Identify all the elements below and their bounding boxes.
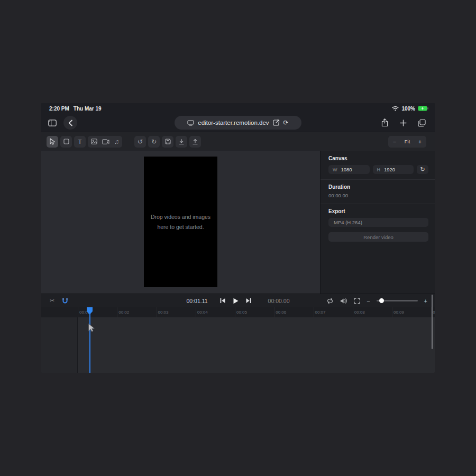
save-icon[interactable] [162,136,173,148]
composition-canvas[interactable]: Drop videos and images here to get start… [144,157,217,287]
duration-section-label: Duration [328,184,428,190]
browser-navbar: editor-starter.remotion.dev ⟳ [41,114,435,132]
url-text: editor-starter.remotion.dev [198,120,269,126]
new-tab-icon[interactable] [396,116,410,130]
mouse-cursor-icon [88,323,95,333]
status-time: 2:20 PM [49,106,69,112]
canvas-width-field[interactable]: W 1080 [328,165,370,174]
ruler-tick [196,307,196,317]
tabs-overview-icon[interactable] [415,116,428,130]
ruler-label: 00:08 [354,310,365,315]
music-icon[interactable]: ♫ [114,139,119,145]
select-tool-button[interactable] [47,136,58,148]
status-bar: 2:20 PM Thu Mar 19 100% [41,103,435,114]
ruler-label: 00:05 [236,310,247,315]
render-video-button[interactable]: Render video [328,232,428,242]
ruler-label: 00:04 [197,310,208,315]
sidebar-toggle-icon[interactable] [45,116,59,130]
undo-icon[interactable]: ↺ [134,136,146,148]
swap-dimensions-icon[interactable]: ↻ [417,165,428,174]
timeline-ruler[interactable]: 00:0100:0200:0300:0400:0500:0600:0700:08… [41,307,435,317]
display-icon [187,120,194,126]
ipad-safari-window: 2:20 PM Thu Mar 19 100% [41,103,435,373]
ruler-label: 00:09 [393,310,404,315]
video-icon[interactable] [102,139,109,144]
split-tool-icon[interactable]: ✂ [50,297,54,304]
duration-value: 00:00.00 [328,193,428,198]
loop-icon[interactable] [326,298,334,304]
fit-button[interactable]: Fit [401,139,414,144]
ruler-label: 00:07 [315,310,326,315]
skip-back-icon[interactable] [220,298,226,304]
status-date: Thu Mar 19 [74,106,102,112]
timeline-area: 00:0100:0200:0300:0400:0500:0600:0700:08… [41,307,435,373]
main-content: Drop videos and images here to get start… [41,151,435,294]
play-icon[interactable] [233,298,239,304]
reload-icon[interactable]: ⟳ [283,120,289,126]
extensions-icon[interactable] [273,120,280,126]
timeline-toolbar: ✂ 00:01.11 [41,294,435,307]
editor-toolbar: T [41,132,435,151]
timeline-zoom-out-button[interactable]: − [367,298,370,304]
total-time: 00:00.00 [268,298,290,304]
url-bar[interactable]: editor-starter.remotion.dev ⟳ [175,116,301,130]
wifi-icon [392,106,399,111]
back-icon[interactable] [63,116,77,130]
ruler-tick [78,307,78,317]
editor-area: Drop videos and images here to get start… [41,151,320,294]
redo-icon[interactable]: ↻ [148,136,160,148]
ruler-label: 00:03 [158,310,169,315]
skip-forward-icon[interactable] [246,298,252,304]
battery-charging-icon [418,106,428,111]
drop-hint-line1: Drop videos and images [151,214,210,220]
canvas-height-field[interactable]: H 1920 [373,165,414,174]
download-icon[interactable] [176,136,187,148]
image-icon[interactable] [91,139,97,144]
export-section-label: Export [328,208,428,214]
canvas-zoom-out-button[interactable]: − [388,136,401,148]
backdrop: 2:20 PM Thu Mar 19 100% [0,0,476,476]
media-tool-group: ♫ [88,136,122,148]
timeline-zoom-in-button[interactable]: + [424,298,427,304]
playhead-line [89,307,90,373]
upload-icon[interactable] [189,136,201,148]
undo-glyph: ↺ [138,139,143,145]
volume-icon[interactable] [340,298,347,304]
ruler-label: 00:10 [433,310,435,315]
share-icon[interactable] [378,116,391,130]
canvas-zoom-group: − Fit + [388,136,426,148]
track-header-gutter [41,317,78,373]
height-value: 1920 [384,167,395,172]
ruler-tick [353,307,353,317]
width-value: 1080 [341,167,352,172]
text-tool-label: T [78,139,82,145]
text-tool-button[interactable]: T [74,136,86,148]
ruler-label: 00:02 [118,310,129,315]
fullscreen-icon[interactable] [354,298,360,304]
slider-thumb[interactable] [379,298,384,303]
drop-hint-text: Drop videos and images here to get start… [151,212,210,232]
width-prefix: W [333,167,337,172]
ruler-tick [314,307,314,317]
canvas-zoom-in-button[interactable]: + [414,136,426,148]
properties-panel: Canvas W 1080 H 1920 ↻ Duration 00:00.00 [320,151,435,294]
ruler-tick [235,307,235,317]
ruler-label: 00:06 [276,310,286,315]
height-prefix: H [377,167,381,172]
snap-magnet-icon[interactable] [62,298,68,304]
ruler-tick [157,307,157,317]
timeline-tracks[interactable] [41,317,435,373]
timeline-zoom-slider[interactable] [377,298,418,304]
current-time: 00:01.11 [187,298,208,304]
export-format-select[interactable]: MP4 (H.264) [328,218,428,227]
battery-percent: 100% [401,106,415,112]
page-scrollbar[interactable] [432,295,433,349]
ruler-tick [117,307,117,317]
rectangle-tool-button[interactable] [60,136,72,148]
ruler-tick [392,307,392,317]
ruler-tick [274,307,274,317]
drop-hint-line2: here to get started. [157,224,204,230]
redo-glyph: ↻ [151,139,157,145]
canvas-section-label: Canvas [328,155,428,161]
